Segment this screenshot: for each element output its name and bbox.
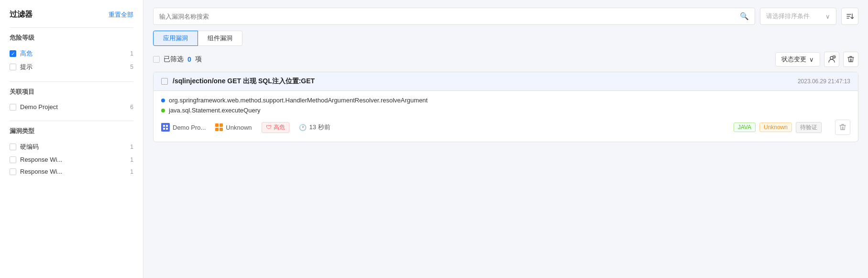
svg-rect-4 xyxy=(163,128,165,130)
status-change-button[interactable]: 状态变更 ∨ xyxy=(775,52,820,67)
danger-level-label: 危险等级 xyxy=(10,33,133,42)
selected-prefix: 已筛选 xyxy=(164,55,184,64)
vuln-card-title[interactable]: /sqlinjection/one GET 出现 SQL注入位置:GET xyxy=(173,77,793,86)
filter-item-hint[interactable]: 提示 5 xyxy=(10,60,133,74)
filter-count-high: 1 xyxy=(130,50,133,57)
toolbar: 已筛选 0 项 状态变更 ∨ xyxy=(153,52,858,67)
module-icon xyxy=(215,123,223,131)
vuln-card-time: 2023.06.29 21:47:13 xyxy=(798,78,850,85)
vuln-meta: Demo Pro... Unknown 🛡 高危 xyxy=(161,120,850,135)
tab-app-vuln[interactable]: 应用漏洞 xyxy=(153,31,198,46)
sidebar-header: 过滤器 重置全部 xyxy=(10,10,133,20)
status-change-chevron-icon: ∨ xyxy=(809,56,814,63)
call-item-2: java.sql.Statement.executeQuery xyxy=(161,107,850,114)
sidebar-title: 过滤器 xyxy=(10,10,33,20)
sidebar: 过滤器 重置全部 危险等级 高危 1 提示 5 关联项目 Demo Proj xyxy=(0,0,143,278)
call-dot-2 xyxy=(161,109,165,112)
filter-item-response2[interactable]: Response Wi... 1 xyxy=(10,166,133,178)
meta-project-name: Demo Pro... xyxy=(173,124,206,131)
meta-badges-right: JAVA Unknown 待验证 xyxy=(734,122,822,133)
svg-rect-3 xyxy=(166,125,168,127)
meta-module: Unknown xyxy=(215,123,252,131)
severity-badge: 🛡 高危 xyxy=(262,122,289,133)
sort-placeholder: 请选择排序条件 xyxy=(766,12,810,21)
filter-count-hardcode: 1 xyxy=(130,144,133,150)
call-text-2: java.sql.Statement.executeQuery xyxy=(169,107,261,114)
filter-label-response2: Response Wi... xyxy=(20,168,130,175)
call-item-1: org.springframework.web.method.support.H… xyxy=(161,97,850,104)
sort-order-button[interactable] xyxy=(841,8,858,25)
status-badge: 待验证 xyxy=(796,122,822,133)
svg-rect-2 xyxy=(163,125,165,127)
checkbox-response2[interactable] xyxy=(10,168,16,175)
svg-rect-5 xyxy=(166,128,168,130)
filter-label-high: 高危 xyxy=(20,49,130,58)
meta-time-ago: 🕐 13 秒前 xyxy=(299,123,330,132)
call-text-1: org.springframework.web.method.support.H… xyxy=(169,97,428,104)
search-input-wrap[interactable]: 🔍 xyxy=(153,8,755,25)
toolbar-actions: 状态变更 ∨ xyxy=(775,52,858,67)
main-content: 🔍 请选择排序条件 ∨ 应用漏洞 组件漏洞 已筛选 0 xyxy=(143,0,868,278)
search-bar: 🔍 请选择排序条件 ∨ xyxy=(153,8,858,25)
danger-level-section: 危险等级 高危 1 提示 5 xyxy=(10,33,133,74)
severity-text: 高危 xyxy=(274,123,285,132)
selected-suffix: 项 xyxy=(195,55,202,64)
delete-button[interactable] xyxy=(843,52,858,67)
time-ago-text: 13 秒前 xyxy=(309,123,330,132)
agent-badge: Unknown xyxy=(759,122,792,132)
search-input[interactable] xyxy=(159,13,740,20)
meta-project: Demo Pro... xyxy=(161,123,206,132)
vuln-card-body: org.springframework.web.method.support.H… xyxy=(154,91,858,142)
filter-item-hardcode[interactable]: 硬编码 1 xyxy=(10,140,133,154)
filter-item-response1[interactable]: Response Wi... 1 xyxy=(10,154,133,166)
tab-component-vuln[interactable]: 组件漏洞 xyxy=(198,31,242,46)
vuln-card-checkbox[interactable] xyxy=(161,78,168,85)
sort-select[interactable]: 请选择排序条件 ∨ xyxy=(760,8,836,25)
filter-label-demo: Demo Project xyxy=(20,103,130,111)
project-icon xyxy=(161,123,170,132)
filter-label-hardcode: 硬编码 xyxy=(20,143,130,151)
filter-count-demo: 6 xyxy=(130,104,133,111)
filter-count-response1: 1 xyxy=(130,156,133,163)
checkbox-high[interactable] xyxy=(10,50,16,57)
selected-count: 0 xyxy=(187,56,191,63)
filter-item-demo[interactable]: Demo Project 6 xyxy=(10,101,133,113)
filter-label-response1: Response Wi... xyxy=(20,156,130,163)
chevron-down-icon: ∨ xyxy=(825,13,830,20)
vuln-card: /sqlinjection/one GET 出现 SQL注入位置:GET 202… xyxy=(153,72,858,142)
filter-label-hint: 提示 xyxy=(20,63,130,71)
tabs: 应用漏洞 组件漏洞 xyxy=(153,31,858,46)
select-all-checkbox[interactable] xyxy=(153,56,160,63)
select-info: 已筛选 0 项 xyxy=(153,55,775,64)
related-project-label: 关联项目 xyxy=(10,88,133,96)
checkbox-hint[interactable] xyxy=(10,64,16,70)
filter-item-high[interactable]: 高危 1 xyxy=(10,47,133,60)
meta-module-name: Unknown xyxy=(226,124,252,131)
meta-severity: 🛡 高危 xyxy=(262,122,289,133)
vuln-card-header: /sqlinjection/one GET 出现 SQL注入位置:GET 202… xyxy=(154,72,858,91)
call-dot-1 xyxy=(161,99,165,102)
search-icon: 🔍 xyxy=(740,12,749,21)
filter-count-hint: 5 xyxy=(130,64,133,70)
checkbox-hardcode[interactable] xyxy=(10,144,16,150)
severity-icon: 🛡 xyxy=(266,124,272,131)
assign-button[interactable] xyxy=(824,52,839,67)
reset-button[interactable]: 重置全部 xyxy=(109,11,133,19)
checkbox-demo[interactable] xyxy=(10,104,16,111)
checkbox-response1[interactable] xyxy=(10,156,16,163)
vuln-type-section: 漏洞类型 硬编码 1 Response Wi... 1 Response Wi.… xyxy=(10,127,133,178)
vuln-delete-button[interactable] xyxy=(835,120,850,135)
related-project-section: 关联项目 Demo Project 6 xyxy=(10,88,133,113)
vuln-type-label: 漏洞类型 xyxy=(10,127,133,135)
language-badge: JAVA xyxy=(734,122,756,132)
clock-icon: 🕐 xyxy=(299,124,307,131)
status-change-label: 状态变更 xyxy=(781,55,806,64)
filter-count-response2: 1 xyxy=(130,168,133,175)
